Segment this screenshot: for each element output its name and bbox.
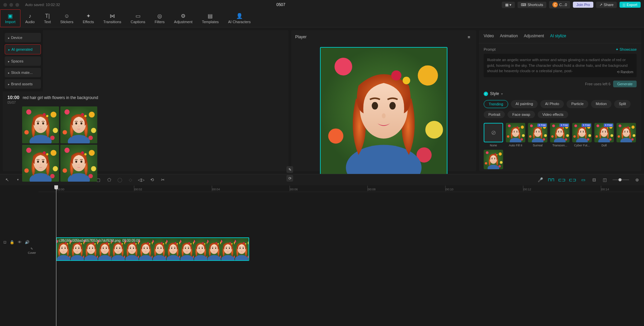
tab-audio[interactable]: ♪Audio [20,9,39,27]
sidebar-item-stock-mate-[interactable]: Stock mate... [5,68,41,77]
pill-ai-painting[interactable]: AI painting [511,100,538,108]
layout-button[interactable]: ▦ ▾ [502,2,515,8]
zoom-in-icon[interactable]: ⊕ [634,177,640,183]
minimize-window[interactable] [9,3,13,7]
regenerate-icon[interactable]: ⟳ [286,175,293,182]
property-tab-ai-stylize[interactable]: AI stylize [550,34,566,40]
sidebar-item-device[interactable]: Device [5,33,41,42]
edit-icon[interactable]: ✎ [286,166,293,173]
preview-render-icon[interactable]: ▭ [580,177,586,183]
sidebar-item-spaces[interactable]: Spaces [5,56,41,66]
dropdown-icon[interactable]: ▾ [501,92,503,96]
player-menu-icon[interactable]: ≡ [466,34,472,40]
share-button[interactable]: ↗ Share [596,2,617,8]
tab-ai-characters[interactable]: 👤AI Characters [223,9,255,27]
style-thumb: ⊘ [484,123,503,142]
shortcuts-button[interactable]: ⌨ Shortcuts [518,2,546,8]
tab-icon: ✦ [86,13,91,19]
tab-filters[interactable]: ◎Filters [150,9,169,27]
export-button[interactable]: ⍐ Export [620,2,641,8]
timeline-tracks[interactable]: |00:00|00:02|00:04|00:06|00:08|00:10|00:… [39,185,644,326]
showcase-link[interactable]: ✦ Showcase [615,47,637,52]
tab-icon: ⋈ [110,13,115,19]
project-title: 0507 [63,2,499,7]
style-surreal[interactable]: ✦ FreeSurreal [528,123,547,147]
close-window[interactable] [3,3,7,7]
ruler-tick: |00:06 [289,185,298,191]
mic-icon[interactable]: 🎤 [537,177,543,183]
style-label: Doll [601,144,607,147]
tab-icon: ▣ [8,13,13,19]
playhead[interactable] [56,185,56,326]
titlebar: Auto saved: 10:02:32 0507 ▦ ▾ ⌨ Shortcut… [0,0,644,9]
tab-import[interactable]: ▣Import [0,9,20,27]
timeline-ruler[interactable]: |00:00|00:02|00:04|00:06|00:08|00:10|00:… [39,185,644,192]
clip-label: c3fb166c005ba5d657f053cb7dcf926f.png 00:… [59,239,140,242]
style-category-pills: TrendingAI paintingAI PhotoParticleMotio… [484,100,637,118]
video-clip[interactable]: c3fb166c005ba5d657f053cb7dcf926f.png 00:… [56,237,249,261]
generated-thumb-2[interactable] [60,106,97,143]
collapse-icon[interactable]: ⊡ [3,240,6,244]
tab-icon: T| [45,13,50,19]
pill-face-swap[interactable]: Face swap [507,111,535,118]
generated-thumb-3[interactable] [22,145,59,182]
sidebar-item-ai-generated[interactable]: AI generated [5,44,41,54]
tab-captions[interactable]: ▭Captions [126,9,150,27]
style-checkbox[interactable]: ✓ [484,92,488,96]
tab-adjustment[interactable]: ⚙Adjustment [169,9,197,27]
mute-icon[interactable]: 🔊 [25,240,30,244]
pill-ai-photo[interactable]: AI Photo [540,100,564,108]
pill-particle[interactable]: Particle [567,100,588,108]
style-style-6[interactable] [616,123,636,147]
tab-text[interactable]: T|Text [39,9,55,27]
cover-button[interactable]: ✎ Cover [26,246,37,256]
pill-trending[interactable]: Trending [484,100,508,108]
media-panel: DeviceAI generatedSpacesStock mate...Bra… [3,30,288,171]
pill-motion[interactable]: Motion [591,100,611,108]
tab-transitions[interactable]: ⋈Transitions [99,9,126,27]
selection-tool[interactable]: ↖ [4,177,10,183]
ruler-tick: |00:08 [367,185,376,191]
style-style-7[interactable] [484,150,503,171]
style-thumb: ✦ Free [550,123,570,142]
zoom-fit-icon[interactable]: ◫ [602,177,608,183]
property-tab-video[interactable]: Video [484,34,494,40]
link-icon[interactable]: ⊏⊐ [559,177,565,183]
zoom-out-icon[interactable]: ⊟ [591,177,597,183]
style-transcen-[interactable]: ✦ FreeTranscen... [550,123,570,147]
random-button[interactable]: ⟲ Random [617,69,633,75]
generated-thumb-4[interactable] [60,145,97,182]
tab-icon: ⚙ [181,13,185,19]
generate-button[interactable]: Generate [613,81,637,87]
pill-split[interactable]: Split [614,100,631,108]
tab-templates[interactable]: ▤Templates [197,9,223,27]
property-tab-animation[interactable]: Animation [500,34,518,40]
join-pro-button[interactable]: Join Pro [573,2,593,8]
pill-portrait[interactable]: Portrait [484,111,505,118]
style-none[interactable]: ⊘None [484,123,503,147]
user-chip[interactable]: CC...0 [549,1,570,8]
property-tab-adjustment[interactable]: Adjustment [524,34,544,40]
snap-icon[interactable]: ⊏⊐ [570,177,576,183]
tab-stickers[interactable]: ☺Stickers [56,9,78,27]
stylize-prompt-area[interactable]: Illustrate an angelic warrior with armor… [484,54,637,77]
tab-effects[interactable]: ✦Effects [78,9,99,27]
preview-canvas[interactable] [320,47,447,175]
maximize-window[interactable] [15,3,19,7]
pill-video-effects[interactable]: Video effects [538,111,568,118]
ruler-tick: |00:10 [445,185,453,191]
clip-frame [194,238,208,260]
style-cyber-fut-[interactable]: ✦ FreeCyber Fut... [572,123,592,147]
zoom-slider[interactable] [612,179,629,180]
caret-icon [8,36,10,40]
sidebar-item-brand-assets[interactable]: Brand assets [5,79,41,89]
visibility-icon[interactable]: 👁 [18,240,21,244]
style-doll[interactable]: ✦ FreeDoll [594,123,614,147]
lock-icon[interactable]: 🔒 [10,240,14,244]
prompt-label: Prompt [484,47,495,52]
dropdown-icon[interactable]: ▾ [15,177,21,183]
generated-thumb-1[interactable] [22,106,59,143]
caret-icon [8,47,10,51]
magnet-icon[interactable]: ⊓⊓ [548,177,554,183]
style-auto-fill-ii[interactable]: Auto Fill II [506,123,525,147]
